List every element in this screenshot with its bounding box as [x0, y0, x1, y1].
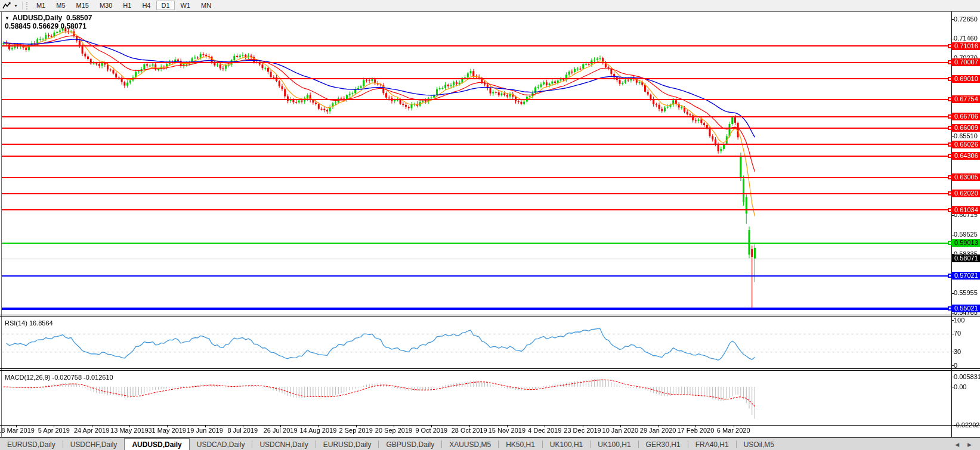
- date-axis-label: 9 Oct 2019: [415, 427, 447, 434]
- chart-canvas[interactable]: [0, 0, 980, 450]
- macd-axis-label: -0.022024: [954, 421, 980, 429]
- price-horizontal-line[interactable]: [2, 45, 951, 46]
- date-axis-label: 24 Apr 2019: [74, 427, 109, 434]
- price-horizontal-line[interactable]: [2, 177, 951, 178]
- current-price-tag: 0.58071: [952, 255, 980, 262]
- date-axis-label: 31 May 2019: [148, 427, 186, 434]
- price-line-tag: 0.57021: [952, 272, 980, 280]
- price-horizontal-line[interactable]: [2, 128, 951, 129]
- line-anchor-square: [948, 175, 952, 179]
- line-anchor-square: [948, 306, 952, 311]
- price-horizontal-line[interactable]: [2, 62, 951, 63]
- rsi-axis-label: 70: [954, 330, 961, 337]
- price-line-tag: 0.64306: [952, 152, 980, 160]
- price-line-tag: 0.55021: [952, 305, 980, 312]
- current-price-line: [2, 259, 951, 259]
- date-axis-label: 20 Sep 2019: [375, 427, 412, 434]
- price-horizontal-line[interactable]: [2, 275, 951, 277]
- price-axis-label: 0.72650: [954, 15, 978, 23]
- date-axis-label: 5 Apr 2019: [38, 427, 70, 434]
- price-horizontal-line[interactable]: [2, 156, 951, 157]
- line-anchor-square: [948, 142, 952, 147]
- rsi-axis-label: 30: [954, 348, 961, 355]
- rsi-axis-label: 0: [954, 362, 957, 369]
- date-axis-label: 2 Sep 2019: [339, 427, 373, 434]
- line-anchor-square: [948, 274, 952, 278]
- date-axis-label: 10 Jan 2020: [602, 427, 639, 434]
- line-anchor-square: [948, 191, 952, 195]
- price-horizontal-line[interactable]: [2, 209, 951, 210]
- date-axis-label: 23 Dec 2019: [564, 427, 601, 434]
- rsi-axis-label: 100: [954, 316, 964, 324]
- line-anchor-square: [948, 208, 952, 212]
- collapse-triangle-icon[interactable]: ▼: [5, 15, 10, 21]
- price-line-tag: 0.67754: [952, 95, 980, 103]
- macd-indicator-label: MACD(12,26,9) -0.020758 -0.012610: [5, 374, 113, 381]
- line-anchor-square: [948, 77, 952, 81]
- price-line-tag: 0.65026: [952, 141, 980, 148]
- macd-axis-label: 0.00: [954, 383, 966, 390]
- price-horizontal-line[interactable]: [2, 193, 951, 194]
- chart-symbol-label: AUDUSD,Daily: [13, 14, 62, 22]
- line-anchor-square: [948, 97, 952, 101]
- date-axis-label: 14 Aug 2019: [299, 427, 336, 434]
- line-anchor-square: [948, 126, 952, 130]
- price-line-tag: 0.70007: [952, 58, 980, 66]
- date-axis-label: 8 Jul 2019: [227, 427, 258, 434]
- date-axis-label: 13 May 2019: [110, 427, 149, 434]
- price-horizontal-line[interactable]: [2, 144, 951, 145]
- price-line-tag: 0.63005: [952, 173, 980, 181]
- macd-axis-label: 0.005831: [954, 373, 980, 380]
- date-axis-label: 17 Feb 2020: [678, 427, 715, 434]
- price-horizontal-line[interactable]: [2, 116, 951, 117]
- chart-title: ▼AUDUSD,Daily 0.58507 0.58845 0.56629 0.…: [5, 14, 92, 30]
- date-axis-label: 15 Nov 2019: [489, 427, 525, 434]
- line-anchor-square: [948, 44, 952, 48]
- price-horizontal-line[interactable]: [2, 243, 951, 244]
- line-anchor-square: [948, 241, 952, 245]
- date-axis-label: 29 Jan 2020: [640, 427, 676, 434]
- price-line-tag: 0.61034: [952, 206, 980, 214]
- price-line-tag: 0.66009: [952, 124, 980, 132]
- price-horizontal-line[interactable]: [2, 308, 951, 310]
- price-axis-label: 0.59525: [954, 231, 978, 238]
- line-anchor-square: [948, 60, 952, 64]
- price-line-tag: 0.69010: [952, 75, 980, 83]
- date-axis-label: 4 Dec 2019: [528, 427, 561, 434]
- price-horizontal-line[interactable]: [2, 78, 951, 79]
- price-horizontal-line[interactable]: [2, 99, 951, 100]
- price-axis-label: 0.71460: [954, 35, 978, 42]
- price-line-tag: 0.62020: [952, 190, 980, 197]
- price-line-tag: 0.66706: [952, 113, 980, 120]
- line-anchor-square: [948, 154, 952, 158]
- price-line-tag: 0.71016: [952, 42, 980, 50]
- trading-platform-window: ▼ M1M5M15M30H1H4D1W1MN ▼AUDUSD,Daily 0.5…: [0, 0, 980, 450]
- price-line-tag: 0.59013: [952, 239, 980, 247]
- date-axis-label: 19 Jun 2019: [187, 427, 223, 434]
- date-axis-label: 6 Mar 2020: [717, 427, 750, 434]
- line-anchor-square: [948, 114, 952, 119]
- date-axis-label: 18 Mar 2019: [0, 427, 35, 434]
- date-axis-label: 28 Oct 2019: [452, 427, 487, 434]
- price-axis-label: 0.55955: [954, 289, 978, 296]
- rsi-indicator-label: RSI(14) 16.8564: [5, 319, 53, 327]
- price-axis-label: 0.65510: [954, 132, 978, 139]
- date-axis-label: 26 Jul 2019: [264, 427, 298, 434]
